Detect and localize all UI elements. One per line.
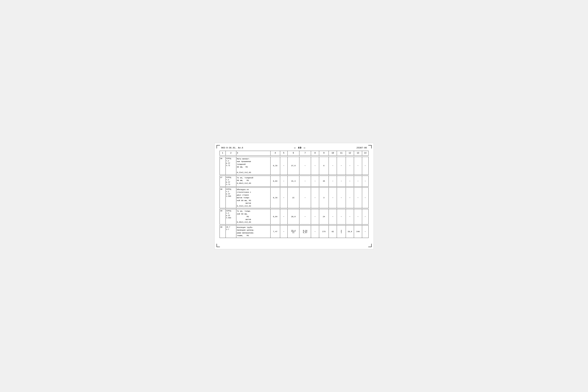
row-col9: 6	[319, 157, 329, 175]
row-col4: 0,I6	[270, 188, 280, 208]
col-header-8: 8	[311, 151, 319, 156]
row-desc: Изоляция трубо-проводов цилинд-рами мине…	[236, 225, 270, 238]
col-header-11: 11	[337, 151, 346, 156]
row-col9: 35	[319, 176, 329, 186]
row-col11: 2 I	[337, 225, 346, 238]
row-col5: –	[280, 157, 287, 175]
row-col12: I8,8	[346, 225, 354, 238]
row-col12: –	[346, 157, 354, 175]
row-col11: –	[337, 188, 346, 208]
col-header-12: 12	[346, 151, 354, 156]
row-col4: 7,47	[270, 225, 280, 238]
row-col10: –	[329, 209, 337, 224]
row-ref: ССРСЦ ч.I р.IУ п.73	[226, 176, 236, 186]
row-col5: –	[280, 225, 287, 238]
row-col13: –	[354, 188, 362, 208]
row-col14: –	[362, 176, 368, 186]
row-ref: ССРСЦ ч.I р.IУ п.7I	[226, 157, 236, 175]
row-col5: –	[280, 209, 287, 224]
row-desc: Обкладка изстеклоткани сдвух сторонматов…	[236, 188, 270, 208]
row-desc: То же, толщиной60 мм, М30,68xI,2xI,03	[236, 176, 270, 186]
spacer-row	[220, 156, 368, 157]
row-col5: –	[280, 176, 287, 186]
document-page: 903-9-36.91. Ал.6 — 40 — 25307-06 1 2 3 …	[214, 143, 374, 249]
row-col11: –	[337, 157, 346, 175]
row-col7: –	[299, 209, 311, 224]
row-desc: Маты минват-ные прошивныетолщиной80 мм, …	[236, 157, 270, 175]
row-col13: I40	[354, 225, 362, 238]
col-header-14: 14	[362, 151, 368, 156]
row-col8: –	[311, 188, 319, 208]
row-col5: –	[280, 188, 287, 208]
col6-sub: II	[292, 232, 294, 234]
row-ref: 26-7 2-7	[226, 225, 236, 238]
row-col8: –	[311, 225, 319, 238]
row-col4: 0,I6	[270, 157, 280, 175]
row-col7: –	[299, 176, 311, 186]
row-col4: 0,84	[270, 176, 280, 186]
col-header-10: 10	[329, 151, 337, 156]
row-col10: –	[329, 176, 337, 186]
row-id: 36	[220, 157, 226, 175]
row-col6: 28,0	[287, 209, 299, 224]
col6-stacked: 23.4 II	[288, 230, 299, 234]
header-right: 25307-06	[357, 146, 367, 149]
row-col12: –	[346, 188, 354, 208]
corner-bl	[217, 244, 220, 247]
corner-br	[368, 244, 372, 247]
row-col9: 3	[319, 188, 329, 208]
row-ref: ССРСЦ ч.I р.IУ п.595	[226, 188, 236, 208]
row-col7: 0,24 0,07	[299, 225, 311, 238]
col11-sub: I	[341, 232, 342, 234]
row-col14: –	[362, 225, 368, 238]
page-header: 903-9-36.91. Ал.6 — 40 — 25307-06	[220, 146, 369, 150]
row-col14: –	[362, 157, 368, 175]
row-col14: –	[362, 188, 368, 208]
row-col9: 24	[319, 209, 329, 224]
row-col11: –	[337, 176, 346, 186]
row-col12: –	[346, 176, 354, 186]
row-col13: –	[354, 209, 362, 224]
col11-main: 2	[341, 230, 342, 232]
row-col12: –	[346, 209, 354, 224]
col6-main: 23.4	[291, 230, 295, 232]
table-row: 40 26-7 2-7 Изоляция трубо-проводов цили…	[220, 225, 368, 238]
col-header-4: 4	[270, 151, 280, 156]
row-col6: 23.4 II	[287, 225, 299, 238]
col-header-6: 6	[287, 151, 299, 156]
col-header-3: 3	[236, 151, 270, 156]
corner-tl	[217, 145, 220, 148]
col-header-13: 13	[354, 151, 362, 156]
header-left: 903-9-36.91. Ал.6	[221, 146, 243, 149]
row-id: 37	[220, 176, 226, 186]
row-col8: –	[311, 176, 319, 186]
row-id: 40	[220, 225, 226, 238]
col-header-1: 1	[220, 151, 226, 156]
spacer-row	[220, 238, 368, 243]
col-header-9: 9	[319, 151, 329, 156]
row-id: 39	[220, 209, 226, 224]
table-row: 37 ССРСЦ ч.I р.IУ п.73 То же, толщиной60…	[220, 176, 368, 186]
col-header-7: 7	[299, 151, 311, 156]
row-col8: –	[311, 157, 319, 175]
col11-stacked: 2 I	[337, 230, 345, 234]
main-table: 1 2 3 4 5 6 7 8 9 10 11 12 13 14	[220, 151, 369, 243]
table-row: 39 ССРСЦ ч.I р.IУ п.593 То же, толщи-ной…	[220, 209, 368, 224]
col7-stacked: 0,24 0,07	[300, 230, 311, 234]
corner-tr	[368, 145, 372, 148]
col7-sub: 0,07	[303, 232, 307, 234]
row-col7: –	[299, 157, 311, 175]
row-col14: –	[362, 209, 368, 224]
row-col10: –	[329, 157, 337, 175]
col-header-5: 5	[280, 151, 287, 156]
table-row: 36 ССРСЦ ч.I р.IУ п.7I Маты минват-ные п…	[220, 157, 368, 175]
row-id: 38	[220, 188, 226, 208]
row-col7: –	[299, 188, 311, 208]
row-col9: I75	[319, 225, 329, 238]
row-desc: То же, толщи-ной 60 мм, М3 матов0,68xI,2…	[236, 209, 270, 224]
row-col13: –	[354, 157, 362, 175]
table-row: 38 ССРСЦ ч.I р.IУ п.595 Обкладка изстекл…	[220, 188, 368, 208]
row-col8: –	[311, 209, 319, 224]
row-col6: 37,0	[287, 157, 299, 175]
col7-main: 0,24	[303, 230, 307, 232]
